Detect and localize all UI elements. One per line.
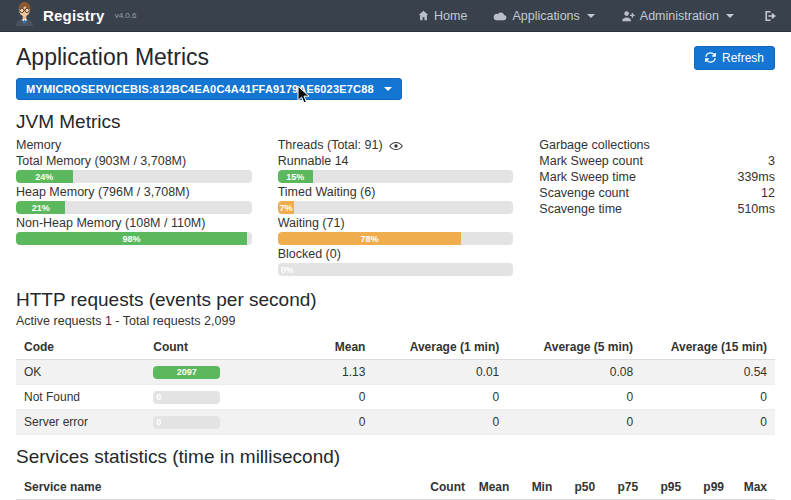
nav-item-label: Administration [640,9,719,23]
metric-label: Non-Heap Memory (108M / 110M) [16,216,252,231]
metric-label: Heap Memory (796M / 3,708M) [16,185,252,200]
gc-row: Mark Sweep time339ms [539,169,775,185]
jhipster-avatar-logo [14,1,35,30]
nav-item-administration[interactable]: Administration [621,9,734,23]
http-value-cell: 0.01 [373,360,507,385]
home-icon [418,10,429,21]
progress-value: 98% [16,232,247,245]
services-col-header: Count [422,474,470,500]
http-count-cell: 2097 [145,360,274,385]
http-value-cell: 0 [275,385,374,410]
gc-label: Scavenge count [539,185,629,201]
http-value-cell: 0 [507,385,641,410]
progress-value: 0% [281,263,294,276]
http-table-row: OK20971.130.010.080.54 [16,360,775,385]
eye-icon[interactable] [389,141,403,151]
progress-value: 7% [278,201,294,214]
services-col-header: p75 [603,474,646,500]
nav-item-applications[interactable]: Applications [493,9,594,23]
progress-value: 2097 [153,366,220,379]
http-col-header: Mean [275,334,374,360]
memory-metrics: Total Memory (903M / 3,708M)24%Heap Memo… [16,154,252,245]
http-value-cell: 0 [641,385,775,410]
threads-metrics: Runnable 1415%Timed Waiting (6)7%Waiting… [278,154,514,276]
metric-label: Timed Waiting (6) [278,185,514,200]
garbage-title: Garbage collections [539,138,775,153]
http-code-cell: Not Found [16,385,145,410]
progress-bar: 7% [278,201,514,214]
services-statistics-heading: Services statistics (time in millisecond… [16,446,775,468]
memory-column: Memory Total Memory (903M / 3,708M)24%He… [16,138,252,278]
http-count-cell: 0 [145,385,274,410]
cloud-icon [493,11,507,21]
instance-selector-dropdown[interactable]: MYMICROSERVICEBIS:812BC4EA0C4A41FFA9179A… [16,78,402,100]
nav-item-label: Home [434,9,467,23]
jvm-metrics-heading: JVM Metrics [16,111,775,133]
metric-label: Runnable 14 [278,154,514,169]
gc-row: Mark Sweep count3 [539,153,775,169]
progress-bar: 98% [16,232,252,245]
gc-value: 12 [761,185,775,201]
refresh-button[interactable]: Refresh [694,46,775,70]
chevron-down-icon [384,87,392,91]
threads-title: Threads (Total: 91) [278,138,383,153]
nav-item-label: Applications [512,9,579,23]
http-table-row: Not Found00000 [16,385,775,410]
http-table-body: OK20971.130.010.080.54Not Found00000Serv… [16,360,775,435]
http-value-cell: 0 [373,410,507,435]
http-value-cell: 0 [275,410,374,435]
refresh-icon [705,52,716,63]
progress-bar: 0 [153,391,220,404]
progress-bar: 21% [16,201,252,214]
services-col-header: p99 [689,474,732,500]
gc-row: Scavenge time510ms [539,201,775,217]
user-admin-icon [621,10,635,22]
progress-bar: 0% [278,263,514,276]
gc-label: Mark Sweep count [539,153,643,169]
progress-bar: 15% [278,170,514,183]
brand[interactable]: Registry v4.0.6 [14,1,136,30]
gc-label: Scavenge time [539,201,622,217]
services-col-header: Min [517,474,560,500]
chevron-down-icon [587,14,595,18]
progress-value: 15% [278,170,313,183]
progress-bar: 0 [153,416,220,429]
app-title: Registry [43,7,105,24]
nav-item-home[interactable]: Home [418,9,467,23]
services-col-header: p95 [646,474,689,500]
gc-row: Scavenge count12 [539,185,775,201]
metric-label: Total Memory (903M / 3,708M) [16,154,252,169]
page-title: Application Metrics [16,44,209,71]
metric-label: Blocked (0) [278,247,514,262]
garbage-rows: Mark Sweep count3Mark Sweep time339msSca… [539,153,775,217]
progress-value: 24% [16,170,73,183]
progress-bar: 24% [16,170,252,183]
progress-bar: 78% [278,232,514,245]
metric-label: Waiting (71) [278,216,514,231]
http-requests-table: CodeCountMeanAverage (1 min)Average (5 m… [16,334,775,435]
http-value-cell: 0 [373,385,507,410]
navbar-menu: HomeApplicationsAdministration [418,9,777,23]
http-code-cell: Server error [16,410,145,435]
jvm-grid: Memory Total Memory (903M / 3,708M)24%He… [16,138,775,278]
gc-value: 3 [768,153,775,169]
http-value-cell: 0.54 [641,360,775,385]
http-col-header: Average (1 min) [373,334,507,360]
gc-value: 510ms [737,201,775,217]
services-col-header: Mean [470,474,518,500]
progress-value: 21% [16,201,65,214]
progress-value: 0 [156,391,161,404]
navbar: Registry v4.0.6 HomeApplicationsAdminist… [0,0,791,32]
http-col-header: Count [145,334,274,360]
progress-bar: 2097 [153,366,220,379]
services-col-header: p50 [560,474,603,500]
http-code-cell: OK [16,360,145,385]
http-col-header: Code [16,334,145,360]
gc-label: Mark Sweep time [539,169,636,185]
gc-value: 339ms [737,169,775,185]
services-col-header: Max [732,474,775,500]
services-col-header: Service name [16,474,422,500]
http-value-cell: 0 [507,410,641,435]
main-content: Application Metrics Refresh MYMICROSERVI… [0,44,791,500]
sign-out-button[interactable] [764,10,777,22]
